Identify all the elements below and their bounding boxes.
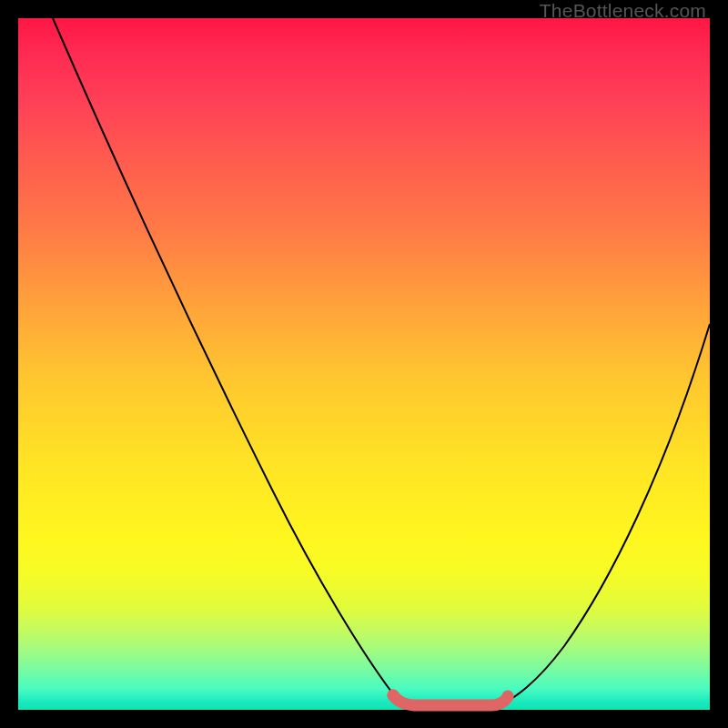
left-curve [53,18,404,704]
plateau-marker-dot-right [502,691,514,703]
plot-area [18,18,710,710]
plateau-marker-dot-left [388,690,399,702]
chart-container: TheBottleneck.com [0,0,728,728]
right-curve [500,324,710,704]
plateau-marker-segment [393,695,508,705]
curve-svg [18,18,710,710]
